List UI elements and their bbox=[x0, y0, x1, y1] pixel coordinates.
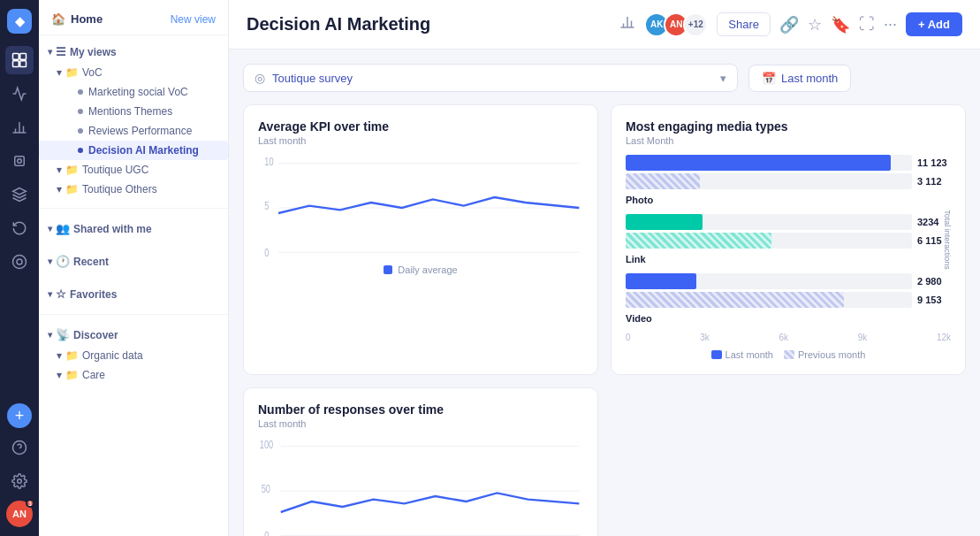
recent-section: ▾ 🕐 Recent bbox=[39, 245, 228, 278]
others-folder-icon: 📁 bbox=[65, 183, 79, 195]
avg-kpi-chart: 10 5 0 Jan 02 Jan 05 Jan 08 Jan 11 bbox=[258, 155, 583, 261]
legend-hatched-box bbox=[784, 350, 794, 359]
nav-icon-dashboard[interactable] bbox=[5, 80, 34, 108]
item-dot bbox=[78, 89, 83, 95]
bookmark-icon[interactable]: 🔖 bbox=[831, 15, 850, 34]
favorites-header[interactable]: ▾ ☆ Favorites bbox=[39, 283, 228, 305]
divider bbox=[39, 208, 228, 209]
nav-icon-layers[interactable] bbox=[5, 180, 34, 209]
nav-icon-camera[interactable] bbox=[5, 147, 34, 175]
toutique-others-folder[interactable]: ▾ 📁 Toutique Others bbox=[39, 180, 228, 199]
bar-fill-solid bbox=[626, 155, 891, 171]
legend-previous-month: Previous month bbox=[784, 349, 865, 360]
nav-icon-help[interactable] bbox=[5, 433, 34, 462]
others-chevron: ▾ bbox=[57, 183, 62, 195]
responses-chart: 100 50 0 Jan 02 Jan 05 Jan 08 Jan 11 Jan… bbox=[258, 438, 583, 536]
nav-icon-refresh[interactable] bbox=[5, 214, 34, 242]
care-chevron: ▾ bbox=[57, 369, 62, 381]
avg-kpi-title: Average KPI over time bbox=[258, 119, 583, 134]
collaborator-avatars: AK AN +12 bbox=[644, 12, 708, 37]
shared-section: ▾ 👥 Shared with me bbox=[39, 212, 228, 245]
organic-icon: 📁 bbox=[65, 349, 79, 362]
more-icon[interactable]: ··· bbox=[884, 15, 897, 34]
avg-kpi-subtitle: Last month bbox=[258, 135, 583, 146]
divider2 bbox=[39, 314, 228, 315]
nav-icon-chart[interactable] bbox=[5, 113, 34, 142]
photo-label: Photo bbox=[626, 195, 951, 205]
svg-text:10: 10 bbox=[264, 156, 273, 167]
svg-point-8 bbox=[18, 159, 22, 164]
bar-row-video-2: 9 153 bbox=[626, 292, 951, 308]
care-folder[interactable]: ▾ 📁 Care bbox=[39, 365, 228, 385]
recent-header[interactable]: ▾ 🕐 Recent bbox=[39, 250, 228, 272]
share-button[interactable]: Share bbox=[717, 12, 771, 36]
bar-fill-hatched bbox=[626, 173, 700, 189]
nav-item-reviews-performance[interactable]: Reviews Performance bbox=[39, 121, 228, 141]
nav-header: 🏠 Home New view bbox=[39, 0, 228, 35]
quick-add-button[interactable]: + bbox=[7, 403, 32, 428]
nav-item-marketing-social[interactable]: Marketing social VoC bbox=[39, 82, 228, 102]
my-views-section: ▾ ☰ My views ▾ 📁 VoC Marketing social Vo… bbox=[39, 35, 228, 204]
link-icon[interactable]: 🔗 bbox=[779, 15, 799, 34]
date-filter[interactable]: 📅 Last month bbox=[748, 65, 851, 92]
survey-filter[interactable]: ◎ Toutique survey ▾ bbox=[243, 64, 738, 92]
nav-icon-analytics[interactable] bbox=[5, 46, 34, 74]
link-section: 3234 6 115 Link bbox=[626, 214, 951, 264]
add-button[interactable]: + Add bbox=[906, 12, 962, 36]
ugc-chevron: ▾ bbox=[57, 164, 62, 176]
bar-axis: 0 3k 6k 9k 12k bbox=[626, 333, 951, 342]
avg-kpi-legend: Daily average bbox=[258, 264, 583, 275]
star-icon[interactable]: ☆ bbox=[808, 15, 822, 34]
bar-row-photo-1: 11 123 bbox=[626, 155, 951, 171]
my-views-chevron: ▾ bbox=[48, 47, 52, 57]
svg-rect-1 bbox=[20, 54, 27, 60]
my-views-header[interactable]: ▾ ☰ My views bbox=[39, 41, 228, 63]
bar-track bbox=[626, 292, 912, 308]
bar-fill-blue2 bbox=[626, 273, 696, 289]
content-area: ◎ Toutique survey ▾ 📅 Last month Average… bbox=[229, 50, 980, 536]
svg-rect-0 bbox=[13, 54, 19, 60]
user-avatar[interactable]: AN 3 bbox=[6, 501, 33, 527]
date-filter-text: Last month bbox=[781, 72, 838, 85]
bar-legend: Last month Previous month bbox=[626, 349, 951, 360]
filter-icon: ◎ bbox=[254, 71, 265, 85]
nav-item-mentions-themes[interactable]: Mentions Themes bbox=[39, 102, 228, 121]
media-types-subtitle: Last Month bbox=[626, 135, 951, 146]
bar-row-link-1: 3234 bbox=[626, 214, 951, 230]
nav-icon-brush[interactable] bbox=[5, 248, 34, 276]
voc-chevron: ▾ bbox=[57, 66, 62, 79]
toutique-ugc-folder[interactable]: ▾ 📁 Toutique UGC bbox=[39, 160, 228, 180]
care-icon: 📁 bbox=[65, 369, 79, 381]
responses-title: Number of responses over time bbox=[258, 402, 583, 417]
organic-data-folder[interactable]: ▾ 📁 Organic data bbox=[39, 346, 228, 365]
bar-value: 9 153 bbox=[917, 295, 951, 305]
svg-point-14 bbox=[18, 479, 22, 484]
bar-value: 11 123 bbox=[917, 157, 951, 168]
chart-icon[interactable] bbox=[619, 14, 635, 34]
legend-solid-box bbox=[711, 350, 722, 359]
main-content: Decision AI Marketing AK AN +12 Share 🔗 … bbox=[229, 0, 980, 536]
bar-track bbox=[626, 173, 912, 189]
bar-row-photo-2: 3 112 bbox=[626, 173, 951, 189]
nav-item-decision-ai[interactable]: Decision AI Marketing bbox=[39, 141, 228, 160]
svg-rect-2 bbox=[13, 61, 19, 67]
bar-row-video-1: 2 980 bbox=[626, 273, 951, 289]
discover-section: ▾ 📡 Discover ▾ 📁 Organic data ▾ 📁 Care bbox=[39, 318, 228, 390]
shared-header[interactable]: ▾ 👥 Shared with me bbox=[39, 218, 228, 240]
dropdown-chevron: ▾ bbox=[720, 72, 726, 85]
media-types-card: Most engaging media types Last Month 11 … bbox=[611, 104, 966, 375]
item-dot bbox=[78, 148, 83, 153]
nav-icon-settings[interactable] bbox=[5, 467, 34, 495]
discover-header[interactable]: ▾ 📡 Discover bbox=[39, 324, 228, 346]
home-label[interactable]: 🏠 Home bbox=[51, 12, 103, 26]
bar-fill-hatched2 bbox=[626, 292, 844, 308]
legend-dot bbox=[384, 265, 392, 274]
dashboard-grid: Average KPI over time Last month 10 5 0 bbox=[243, 104, 966, 536]
avg-kpi-card: Average KPI over time Last month 10 5 0 bbox=[243, 104, 598, 375]
voc-folder[interactable]: ▾ 📁 VoC bbox=[39, 63, 228, 82]
bar-value: 3 112 bbox=[917, 176, 951, 187]
item-dot bbox=[78, 128, 83, 134]
new-view-button[interactable]: New view bbox=[171, 13, 216, 26]
shared-chevron: ▾ bbox=[48, 224, 52, 234]
fullscreen-icon[interactable]: ⛶ bbox=[859, 15, 875, 34]
